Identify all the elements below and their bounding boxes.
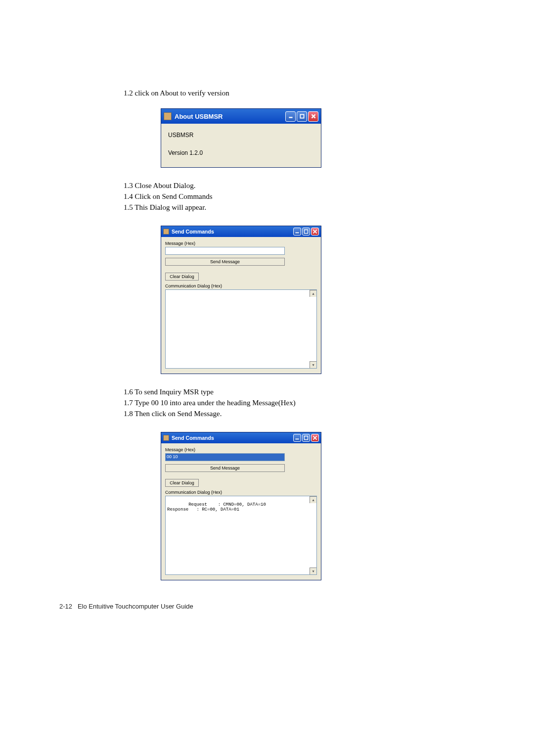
footer-title: Elo Entuitive Touchcomputer User Guide [78,603,193,610]
send-body-1: Message (Hex) Send Message Clear Dialog … [161,237,321,374]
about-body: USBMSR Version 1.2.0 [161,124,321,167]
close-button[interactable] [311,228,319,236]
send-commands-dialog-1: Send Commands Message (Hex) Send Message… [161,226,321,374]
message-input-2[interactable]: 00 10 [165,453,285,461]
step-1-8: 1.8 Then click on Send Message. [124,410,470,418]
message-label-1: Message (Hex) [165,241,317,246]
step-1-3: 1.3 Close About Dialog. [124,182,470,190]
about-product: USBMSR [168,132,314,139]
close-button[interactable] [308,111,318,122]
maximize-button[interactable] [302,228,310,236]
send-body-2: Message (Hex) 00 10 Send Message Clear D… [161,443,321,580]
scroll-up-icon[interactable]: ▲ [310,290,316,297]
minimize-button[interactable] [285,111,296,122]
page-footer: 2-12 Elo Entuitive Touchcomputer User Gu… [59,603,470,610]
comm-label-2: Communication Dialog (Hex) [165,490,317,495]
about-dialog: About USBMSR USBMSR Version 1.2.0 [161,108,321,168]
svg-rect-9 [304,436,308,439]
maximize-button[interactable] [297,111,307,122]
step-1-6: 1.6 To send Inquiry MSR type [124,388,470,396]
send-message-button-2[interactable]: Send Message [165,464,285,472]
clear-dialog-button-2[interactable]: Clear Dialog [165,479,199,487]
send-titlebar-1: Send Commands [161,226,321,237]
clear-dialog-button-1[interactable]: Clear Dialog [165,273,199,281]
app-icon [164,112,172,120]
send-titlebar-2: Send Commands [161,432,321,443]
comm-textarea-2[interactable]: Request : CMND=00, DATA=10 Response : RC… [165,496,317,575]
message-label-2: Message (Hex) [165,447,317,452]
about-title: About USBMSR [175,113,285,120]
footer-page: 2-12 [59,603,72,610]
svg-rect-1 [300,114,304,118]
step-1-5: 1.5 This Dialog will appear. [124,203,470,212]
about-titlebar: About USBMSR [161,109,321,124]
scroll-up-icon[interactable]: ▲ [310,496,316,503]
send-message-button-1[interactable]: Send Message [165,258,285,266]
send-title-1: Send Commands [172,229,293,235]
svg-rect-5 [304,230,308,233]
maximize-button[interactable] [302,434,310,442]
scroll-down-icon[interactable]: ▼ [310,361,316,368]
comm-content-2: Request : CMND=00, DATA=10 Response : RC… [167,502,266,512]
close-button[interactable] [311,434,319,442]
minimize-button[interactable] [293,434,301,442]
step-1-2: 1.2 click on About to verify version [124,89,470,97]
step-1-7: 1.7 Type 00 10 into area under the headi… [124,399,470,407]
app-icon [163,229,169,235]
minimize-button[interactable] [293,228,301,236]
scroll-down-icon[interactable]: ▼ [310,567,316,574]
app-icon [163,435,169,441]
message-input-1[interactable] [165,247,285,255]
comm-textarea-1[interactable]: ▲ ▼ [165,289,317,369]
send-commands-dialog-2: Send Commands Message (Hex) 00 10 Send M… [161,432,321,580]
send-title-2: Send Commands [172,435,293,441]
step-1-4: 1.4 Click on Send Commands [124,192,470,201]
comm-label-1: Communication Dialog (Hex) [165,284,317,288]
about-version: Version 1.2.0 [168,149,314,156]
